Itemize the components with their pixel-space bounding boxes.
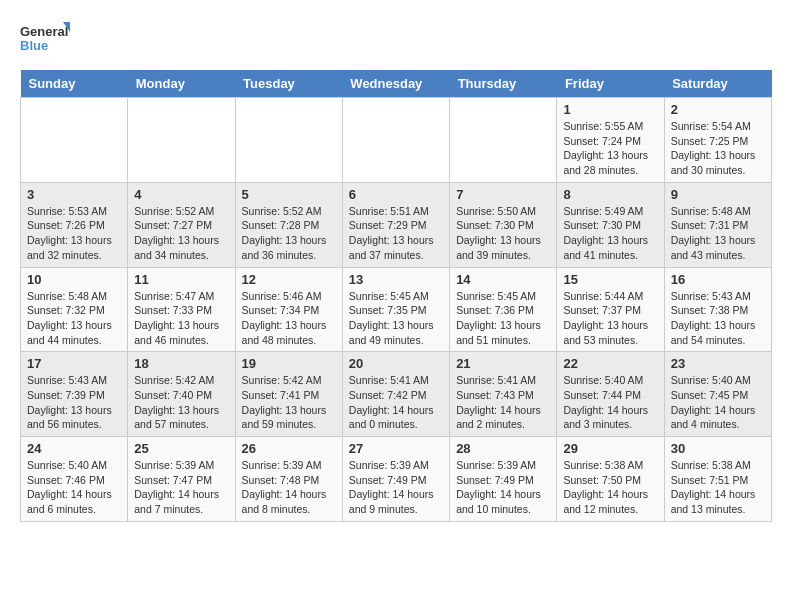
day-detail: Sunrise: 5:43 AM Sunset: 7:38 PM Dayligh… (671, 290, 756, 346)
day-number: 17 (27, 356, 121, 371)
logo: General Blue (20, 20, 70, 60)
header-cell-saturday: Saturday (664, 70, 771, 98)
header-cell-wednesday: Wednesday (342, 70, 449, 98)
day-cell: 13Sunrise: 5:45 AM Sunset: 7:35 PM Dayli… (342, 267, 449, 352)
day-detail: Sunrise: 5:48 AM Sunset: 7:31 PM Dayligh… (671, 205, 756, 261)
day-cell: 26Sunrise: 5:39 AM Sunset: 7:48 PM Dayli… (235, 437, 342, 522)
day-cell: 25Sunrise: 5:39 AM Sunset: 7:47 PM Dayli… (128, 437, 235, 522)
day-cell: 21Sunrise: 5:41 AM Sunset: 7:43 PM Dayli… (450, 352, 557, 437)
day-number: 22 (563, 356, 657, 371)
day-detail: Sunrise: 5:52 AM Sunset: 7:27 PM Dayligh… (134, 205, 219, 261)
calendar-body: 1Sunrise: 5:55 AM Sunset: 7:24 PM Daylig… (21, 98, 772, 522)
header-cell-thursday: Thursday (450, 70, 557, 98)
logo-svg: General Blue (20, 20, 70, 60)
day-cell: 4Sunrise: 5:52 AM Sunset: 7:27 PM Daylig… (128, 182, 235, 267)
day-number: 29 (563, 441, 657, 456)
day-number: 18 (134, 356, 228, 371)
day-detail: Sunrise: 5:39 AM Sunset: 7:47 PM Dayligh… (134, 459, 219, 515)
day-cell: 29Sunrise: 5:38 AM Sunset: 7:50 PM Dayli… (557, 437, 664, 522)
day-number: 13 (349, 272, 443, 287)
day-number: 1 (563, 102, 657, 117)
day-detail: Sunrise: 5:45 AM Sunset: 7:36 PM Dayligh… (456, 290, 541, 346)
svg-text:General: General (20, 24, 68, 39)
day-number: 4 (134, 187, 228, 202)
day-number: 12 (242, 272, 336, 287)
calendar-header: SundayMondayTuesdayWednesdayThursdayFrid… (21, 70, 772, 98)
day-detail: Sunrise: 5:40 AM Sunset: 7:46 PM Dayligh… (27, 459, 112, 515)
day-number: 11 (134, 272, 228, 287)
day-number: 9 (671, 187, 765, 202)
day-cell: 3Sunrise: 5:53 AM Sunset: 7:26 PM Daylig… (21, 182, 128, 267)
day-cell: 10Sunrise: 5:48 AM Sunset: 7:32 PM Dayli… (21, 267, 128, 352)
day-detail: Sunrise: 5:49 AM Sunset: 7:30 PM Dayligh… (563, 205, 648, 261)
week-row: 17Sunrise: 5:43 AM Sunset: 7:39 PM Dayli… (21, 352, 772, 437)
week-row: 24Sunrise: 5:40 AM Sunset: 7:46 PM Dayli… (21, 437, 772, 522)
day-detail: Sunrise: 5:52 AM Sunset: 7:28 PM Dayligh… (242, 205, 327, 261)
day-cell: 22Sunrise: 5:40 AM Sunset: 7:44 PM Dayli… (557, 352, 664, 437)
week-row: 10Sunrise: 5:48 AM Sunset: 7:32 PM Dayli… (21, 267, 772, 352)
day-detail: Sunrise: 5:47 AM Sunset: 7:33 PM Dayligh… (134, 290, 219, 346)
day-cell: 23Sunrise: 5:40 AM Sunset: 7:45 PM Dayli… (664, 352, 771, 437)
day-cell: 7Sunrise: 5:50 AM Sunset: 7:30 PM Daylig… (450, 182, 557, 267)
day-cell (235, 98, 342, 183)
day-cell: 9Sunrise: 5:48 AM Sunset: 7:31 PM Daylig… (664, 182, 771, 267)
day-detail: Sunrise: 5:46 AM Sunset: 7:34 PM Dayligh… (242, 290, 327, 346)
page-header: General Blue (20, 20, 772, 60)
day-number: 23 (671, 356, 765, 371)
day-cell (128, 98, 235, 183)
day-detail: Sunrise: 5:48 AM Sunset: 7:32 PM Dayligh… (27, 290, 112, 346)
day-cell: 19Sunrise: 5:42 AM Sunset: 7:41 PM Dayli… (235, 352, 342, 437)
day-number: 24 (27, 441, 121, 456)
day-cell: 14Sunrise: 5:45 AM Sunset: 7:36 PM Dayli… (450, 267, 557, 352)
week-row: 3Sunrise: 5:53 AM Sunset: 7:26 PM Daylig… (21, 182, 772, 267)
day-number: 10 (27, 272, 121, 287)
day-cell (342, 98, 449, 183)
day-detail: Sunrise: 5:41 AM Sunset: 7:42 PM Dayligh… (349, 374, 434, 430)
day-detail: Sunrise: 5:54 AM Sunset: 7:25 PM Dayligh… (671, 120, 756, 176)
day-cell: 16Sunrise: 5:43 AM Sunset: 7:38 PM Dayli… (664, 267, 771, 352)
day-cell: 11Sunrise: 5:47 AM Sunset: 7:33 PM Dayli… (128, 267, 235, 352)
day-number: 7 (456, 187, 550, 202)
day-number: 21 (456, 356, 550, 371)
day-cell (21, 98, 128, 183)
header-cell-friday: Friday (557, 70, 664, 98)
day-detail: Sunrise: 5:44 AM Sunset: 7:37 PM Dayligh… (563, 290, 648, 346)
day-cell: 24Sunrise: 5:40 AM Sunset: 7:46 PM Dayli… (21, 437, 128, 522)
day-number: 28 (456, 441, 550, 456)
day-detail: Sunrise: 5:39 AM Sunset: 7:48 PM Dayligh… (242, 459, 327, 515)
day-number: 20 (349, 356, 443, 371)
day-detail: Sunrise: 5:38 AM Sunset: 7:50 PM Dayligh… (563, 459, 648, 515)
day-cell: 18Sunrise: 5:42 AM Sunset: 7:40 PM Dayli… (128, 352, 235, 437)
day-detail: Sunrise: 5:45 AM Sunset: 7:35 PM Dayligh… (349, 290, 434, 346)
day-cell: 27Sunrise: 5:39 AM Sunset: 7:49 PM Dayli… (342, 437, 449, 522)
day-cell: 17Sunrise: 5:43 AM Sunset: 7:39 PM Dayli… (21, 352, 128, 437)
day-detail: Sunrise: 5:51 AM Sunset: 7:29 PM Dayligh… (349, 205, 434, 261)
calendar-table: SundayMondayTuesdayWednesdayThursdayFrid… (20, 70, 772, 522)
day-cell: 12Sunrise: 5:46 AM Sunset: 7:34 PM Dayli… (235, 267, 342, 352)
day-detail: Sunrise: 5:53 AM Sunset: 7:26 PM Dayligh… (27, 205, 112, 261)
day-cell: 20Sunrise: 5:41 AM Sunset: 7:42 PM Dayli… (342, 352, 449, 437)
day-detail: Sunrise: 5:42 AM Sunset: 7:40 PM Dayligh… (134, 374, 219, 430)
day-detail: Sunrise: 5:38 AM Sunset: 7:51 PM Dayligh… (671, 459, 756, 515)
day-number: 2 (671, 102, 765, 117)
day-detail: Sunrise: 5:50 AM Sunset: 7:30 PM Dayligh… (456, 205, 541, 261)
day-cell (450, 98, 557, 183)
day-detail: Sunrise: 5:42 AM Sunset: 7:41 PM Dayligh… (242, 374, 327, 430)
day-number: 5 (242, 187, 336, 202)
day-detail: Sunrise: 5:40 AM Sunset: 7:44 PM Dayligh… (563, 374, 648, 430)
header-cell-monday: Monday (128, 70, 235, 98)
day-number: 15 (563, 272, 657, 287)
header-cell-tuesday: Tuesday (235, 70, 342, 98)
day-detail: Sunrise: 5:39 AM Sunset: 7:49 PM Dayligh… (349, 459, 434, 515)
day-number: 19 (242, 356, 336, 371)
day-number: 16 (671, 272, 765, 287)
header-cell-sunday: Sunday (21, 70, 128, 98)
day-cell: 1Sunrise: 5:55 AM Sunset: 7:24 PM Daylig… (557, 98, 664, 183)
day-detail: Sunrise: 5:43 AM Sunset: 7:39 PM Dayligh… (27, 374, 112, 430)
day-cell: 30Sunrise: 5:38 AM Sunset: 7:51 PM Dayli… (664, 437, 771, 522)
day-cell: 5Sunrise: 5:52 AM Sunset: 7:28 PM Daylig… (235, 182, 342, 267)
day-number: 14 (456, 272, 550, 287)
day-number: 26 (242, 441, 336, 456)
week-row: 1Sunrise: 5:55 AM Sunset: 7:24 PM Daylig… (21, 98, 772, 183)
day-cell: 6Sunrise: 5:51 AM Sunset: 7:29 PM Daylig… (342, 182, 449, 267)
